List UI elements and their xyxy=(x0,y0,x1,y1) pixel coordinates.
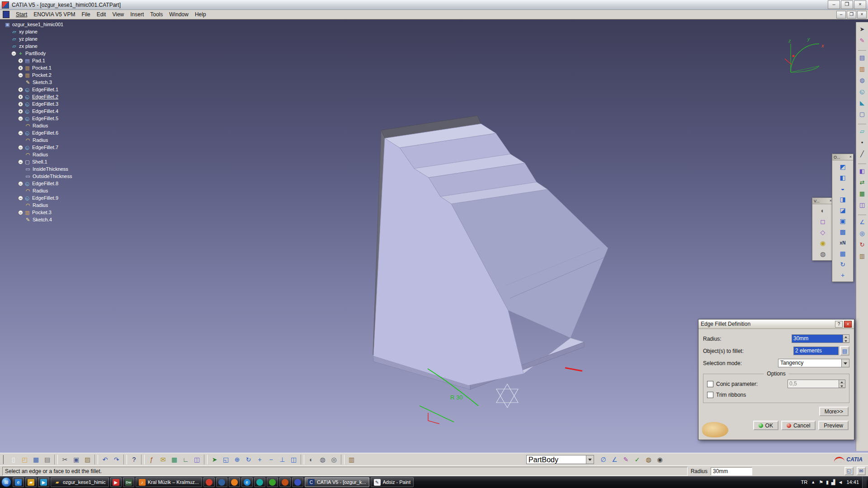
menu-insert[interactable]: Insert xyxy=(127,10,147,19)
menu-file[interactable]: File xyxy=(78,10,93,19)
tree-expand-icon[interactable]: − xyxy=(18,181,23,186)
tree-item-radius[interactable]: ◠Radius xyxy=(3,187,72,194)
tree-expand-icon[interactable]: + xyxy=(18,58,23,63)
tree-item-pocket-3[interactable]: −▥Pocket.3 xyxy=(3,209,72,216)
rotate-view-icon[interactable]: ↻ xyxy=(837,259,848,270)
redo-icon[interactable]: ↷ xyxy=(111,454,122,465)
clock[interactable]: 14:41 xyxy=(846,479,859,485)
quick-explorer-icon[interactable]: ▰ xyxy=(25,477,37,487)
palette-title-bar[interactable]: V...× xyxy=(812,198,833,204)
design-table-icon[interactable]: ▦ xyxy=(169,454,180,465)
fit-all-icon[interactable]: ◱ xyxy=(220,454,231,465)
mail-icon[interactable]: ✉ xyxy=(157,454,169,465)
swap-visible-icon[interactable]: ◎ xyxy=(328,454,340,465)
tree-item-radius[interactable]: ◠Radius xyxy=(3,151,72,158)
ok-button[interactable]: OK xyxy=(753,421,778,430)
tree-item-edgefillet-6[interactable]: −◵EdgeFillet.6 xyxy=(3,129,72,136)
quick-media-icon[interactable]: ▶ xyxy=(38,477,49,487)
tree-item-edgefillet-1[interactable]: +◵EdgeFillet.1 xyxy=(3,86,72,93)
tree-item-edgefillet-8[interactable]: −◵EdgeFillet.8 xyxy=(3,180,72,187)
symmetry-icon[interactable]: ◫ xyxy=(857,199,868,211)
tree-item-yz-plane[interactable]: ▱yz plane xyxy=(3,35,72,42)
undo-icon[interactable]: ↶ xyxy=(99,454,111,465)
shaft-tool-icon[interactable]: ◍ xyxy=(857,75,868,86)
title-bar[interactable]: CATIA V5 - [ozgur_kese1_himic001.CATPart… xyxy=(0,0,868,10)
rear-view-icon[interactable]: ▣ xyxy=(837,216,848,226)
tree-expand-icon[interactable]: + xyxy=(18,66,23,70)
zoom-in-icon[interactable]: + xyxy=(254,454,265,465)
fillet-tool-icon[interactable]: ◵ xyxy=(857,86,868,97)
palette-v[interactable]: V...×◐◻◇◉◍ xyxy=(812,197,834,261)
taskbar-catia-window[interactable]: CCATIA V5 - [ozgur_k... xyxy=(305,477,369,487)
minimize-button[interactable]: – xyxy=(828,0,840,9)
hide-show-icon[interactable]: ◍ xyxy=(317,454,328,465)
pan-icon[interactable]: ⊕ xyxy=(231,454,243,465)
formula-icon[interactable]: ƒ xyxy=(146,454,157,465)
tree-expand-icon[interactable]: + xyxy=(18,94,23,99)
tree-expand-icon[interactable]: − xyxy=(11,51,16,56)
spinner-up-icon[interactable] xyxy=(843,335,849,339)
cancel-button[interactable]: Cancel xyxy=(781,421,816,430)
taskbar-app-3[interactable] xyxy=(229,477,240,487)
tree-expand-icon[interactable]: + xyxy=(18,87,23,92)
menu-edit[interactable]: Edit xyxy=(94,10,109,19)
active-body-dropdown[interactable]: PartBody xyxy=(526,455,594,464)
axis-system-icon[interactable]: ∟ xyxy=(180,454,191,465)
right-view-icon[interactable]: ◪ xyxy=(837,205,848,216)
shell-tool-icon[interactable]: ▢ xyxy=(857,108,868,120)
named-views-icon[interactable]: xN xyxy=(837,237,848,248)
menu-window[interactable]: Window xyxy=(166,10,192,19)
select-arrow-icon[interactable]: ➤ xyxy=(857,23,868,35)
shading-mode-icon[interactable]: ◐ xyxy=(817,205,828,216)
taskbar-app-6[interactable] xyxy=(267,477,278,487)
normal-view-icon[interactable]: ⊥ xyxy=(277,454,288,465)
multi-view-icon[interactable]: ◫ xyxy=(288,454,299,465)
language-indicator[interactable]: TR xyxy=(801,479,808,485)
tree-item-insidethickness[interactable]: ▭InsideThickness xyxy=(3,165,72,173)
cut-icon[interactable]: ✂ xyxy=(59,454,71,465)
objects-list-button[interactable]: ▤ xyxy=(840,346,849,356)
depth-effect-icon[interactable]: ◍ xyxy=(817,249,828,259)
tree-item-edgefillet-7[interactable]: −◵EdgeFillet.7 xyxy=(3,144,72,151)
tree-expand-icon[interactable]: + xyxy=(18,109,23,114)
tree-expand-icon[interactable]: − xyxy=(18,196,23,201)
boolean-icon[interactable]: ◧ xyxy=(857,165,868,177)
tree-item-xy-plane[interactable]: ▱xy plane xyxy=(3,28,72,35)
tree-item-partbody[interactable]: −+PartBody xyxy=(3,50,72,57)
edge-fillet-dialog[interactable]: Edge Fillet Definition ? × Radius: 30mm xyxy=(698,319,854,440)
network-icon[interactable]: ▟ xyxy=(831,479,835,485)
tree-item-radius[interactable]: ◠Radius xyxy=(3,202,72,209)
chevron-down-icon[interactable] xyxy=(841,359,849,367)
mdi-minimize-button[interactable]: – xyxy=(836,11,846,19)
quick-internet-icon[interactable]: e xyxy=(13,477,24,487)
apply-material-icon[interactable]: ◍ xyxy=(643,454,654,465)
bottom-view-icon[interactable]: ▩ xyxy=(837,226,848,237)
conic-parameter-checkbox[interactable] xyxy=(707,381,713,387)
taskbar-explorer-window[interactable]: ▰ozgur_kese1_himic xyxy=(51,477,109,487)
taskbar-app-1[interactable] xyxy=(203,477,215,487)
pad-tool-icon[interactable]: ▤ xyxy=(857,52,868,63)
view-compass[interactable]: z y x xyxy=(785,36,824,72)
tree-item-outsidethickness[interactable]: ▭OutsideThickness xyxy=(3,173,72,180)
tree-item-pad-1[interactable]: +▤Pad.1 xyxy=(3,57,72,64)
power-icon[interactable]: ▮ xyxy=(826,479,829,485)
top-view-icon[interactable]: ◒ xyxy=(837,183,848,194)
tree-item-sketch-4[interactable]: ✎Sketch.4 xyxy=(3,216,72,223)
tree-expand-icon[interactable]: − xyxy=(18,160,23,164)
trim-ribbons-checkbox[interactable] xyxy=(707,392,713,398)
taskbar-app-8[interactable] xyxy=(292,477,303,487)
tree-expand-icon[interactable]: − xyxy=(18,145,23,150)
tree-expand-icon[interactable]: − xyxy=(18,131,23,136)
tree-expand-icon[interactable]: − xyxy=(18,73,23,78)
check-analysis-icon[interactable]: ✓ xyxy=(632,454,643,465)
mdi-close-button[interactable]: × xyxy=(857,11,867,19)
action-center-icon[interactable]: ⚑ xyxy=(819,479,823,485)
mdi-restore-button[interactable]: ❐ xyxy=(847,11,856,19)
tree-expand-icon[interactable]: − xyxy=(18,210,23,215)
menu-help[interactable]: Help xyxy=(192,10,209,19)
tree-item-edgefillet-2[interactable]: +◵EdgeFillet.2 xyxy=(3,93,72,100)
tree-item-pocket-1[interactable]: +▥Pocket.1 xyxy=(3,64,72,71)
menu-enovia-v5-vpm[interactable]: ENOVIA V5 VPM xyxy=(30,10,78,19)
tree-item-zx-plane[interactable]: ▱zx plane xyxy=(3,42,72,50)
taskbar-media-app[interactable]: ▶ xyxy=(110,477,122,487)
